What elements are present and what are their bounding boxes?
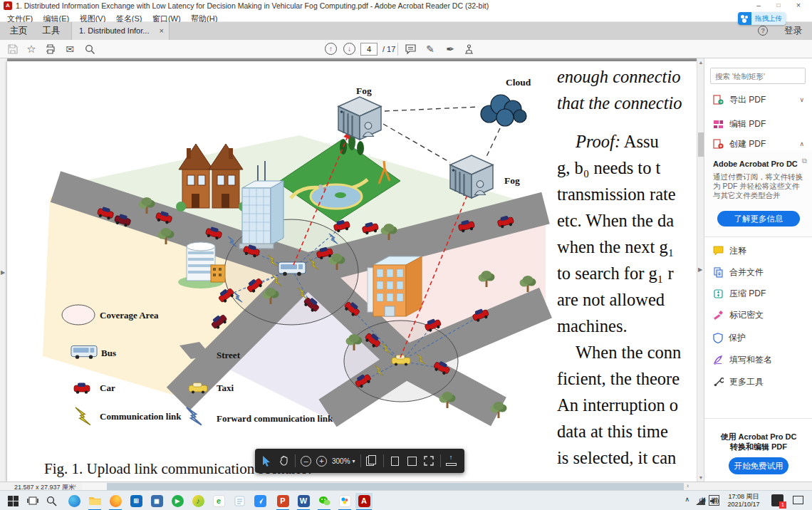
word-icon[interactable]: W — [295, 493, 312, 509]
upload-share-icon[interactable]: ↑ — [446, 456, 457, 467]
zoom-out-icon[interactable]: – — [301, 456, 311, 467]
taskbar-search-icon[interactable] — [43, 493, 60, 509]
promo-title: Adobe Acrobat Pro DC — [713, 160, 798, 168]
edge-icon[interactable] — [66, 493, 83, 509]
next-page-button[interactable]: ↓ — [343, 43, 355, 55]
scrolling-view-icon[interactable] — [389, 455, 401, 467]
sidebar-item-protect[interactable]: 保护 — [713, 331, 807, 345]
scroll-left-icon[interactable]: ‹ — [74, 482, 76, 489]
file-explorer-icon[interactable] — [86, 493, 103, 509]
stamp-icon[interactable] — [462, 42, 476, 56]
fill-sign-icon — [713, 355, 724, 365]
sidebar-item-compress-pdf[interactable]: 压缩 PDF — [713, 286, 807, 301]
wechat-icon[interactable] — [316, 493, 333, 509]
save-icon[interactable] — [6, 42, 20, 56]
star-icon[interactable]: ☆ — [24, 42, 38, 56]
find-icon[interactable] — [83, 42, 97, 56]
email-icon[interactable]: ✉ — [63, 42, 77, 56]
powerpoint-icon[interactable]: P — [274, 493, 291, 509]
text-line: When the conn — [557, 339, 697, 365]
left-panel-toggle-icon[interactable]: ▶ — [1, 269, 5, 276]
notification-app-icon[interactable]: 1 — [771, 494, 784, 506]
left-panel-strip: ▶ — [0, 58, 7, 482]
sidebar-item-label: 导出 PDF — [729, 94, 766, 106]
netdisk-upload-badge[interactable]: 拖拽上传 — [738, 12, 786, 25]
fullscreen-icon[interactable] — [423, 455, 435, 467]
scroll-right-icon[interactable]: › — [687, 482, 689, 489]
fit-page-icon[interactable] — [406, 455, 418, 467]
tab-tools[interactable]: 工具 — [37, 22, 66, 40]
chevron-up-icon[interactable]: ∧ — [799, 140, 804, 147]
right-panel-toggle-icon[interactable]: ▶ — [698, 266, 702, 273]
fog-label-top: Fog — [356, 85, 372, 96]
start-button[interactable] — [4, 493, 21, 509]
sidebar-item-combine-files[interactable]: 合并文件 — [713, 265, 807, 279]
page-thumbnails-icon[interactable] — [366, 455, 378, 467]
zoom-level-dropdown[interactable]: 300% ▾ — [332, 457, 355, 465]
fill-sign-icon[interactable]: ✒ — [443, 42, 457, 56]
ime-pinyin-icon[interactable]: 拼 — [709, 495, 719, 506]
acrobat-pro-promo: Adobe Acrobat Pro DC ⧉ 通过付费订阅，将文件转换为 PDF… — [704, 151, 812, 236]
cloud-label: Cloud — [506, 77, 531, 88]
page-number-input[interactable]: 4 — [360, 43, 378, 56]
scrollbar-thumb[interactable] — [698, 132, 704, 157]
pdf-page[interactable]: Fog Cloud Fog Coverage Area Bus Street C… — [7, 61, 697, 482]
netdisk-icon[interactable] — [336, 493, 353, 509]
messenger-app-icon[interactable] — [251, 493, 269, 509]
hand-tool-icon[interactable] — [278, 455, 290, 467]
action-center-icon[interactable] — [793, 496, 803, 504]
tab-close-icon[interactable]: × — [160, 22, 164, 40]
print-icon[interactable] — [43, 42, 57, 56]
music-app-icon[interactable]: ♪ — [189, 493, 207, 509]
toolbar-divider — [295, 454, 296, 467]
tab-home[interactable]: 主页 — [4, 22, 33, 40]
floating-toolbar: – + 300% ▾ ↑ — [255, 449, 464, 473]
firefox-icon[interactable] — [107, 493, 124, 509]
notes-app-icon[interactable] — [231, 493, 248, 509]
sidebar-item-export-pdf[interactable]: 导出 PDF ∨ — [713, 93, 807, 107]
comment-icon[interactable] — [403, 42, 417, 56]
acrobat-taskbar-icon[interactable]: A — [355, 493, 373, 509]
chevron-down-icon[interactable]: ∨ — [799, 96, 804, 103]
tab-document[interactable]: 1. Distributed Infor... × — [71, 22, 170, 40]
select-tool-icon[interactable] — [261, 455, 273, 467]
previous-page-button[interactable]: ↑ — [325, 43, 337, 55]
tray-clock[interactable]: 17:08 周日 2021/10/17 — [724, 493, 764, 509]
sidebar-item-comment[interactable]: 注释 — [713, 244, 807, 258]
maximize-button[interactable]: □ — [769, 0, 788, 11]
video-player-icon[interactable]: ▶ — [169, 493, 186, 509]
tray-date-label: 2021/10/17 — [724, 501, 764, 509]
highlight-pencil-icon[interactable]: ✎ — [423, 42, 437, 56]
horizontal-scrollbar[interactable] — [82, 483, 684, 490]
tools-sidebar: 导出 PDF ∨ 编辑 PDF 创建 PDF ∧ Adobe Acrobat P… — [704, 58, 812, 482]
text-line: machines. — [557, 313, 697, 339]
sidebar-item-create-pdf[interactable]: 创建 PDF ∧ — [713, 137, 807, 151]
text-line: are not allowed — [557, 286, 697, 313]
orange-building — [368, 256, 422, 316]
learn-more-button[interactable]: 了解更多信息 — [717, 211, 800, 227]
legend-comm-icon — [76, 407, 90, 425]
sidebar-item-edit-pdf[interactable]: 编辑 PDF — [713, 117, 807, 131]
help-icon[interactable]: ? — [758, 26, 768, 36]
free-trial-button[interactable]: 开始免费试用 — [729, 457, 788, 474]
sidebar-item-label: 合并文件 — [729, 266, 764, 279]
store-icon[interactable]: ⊞ — [127, 493, 145, 509]
sidebar-item-more-tools[interactable]: 更多工具 — [713, 375, 807, 389]
ime-language-label[interactable]: 中 — [699, 496, 707, 506]
zoom-in-icon[interactable]: + — [316, 456, 327, 467]
acrobat-window: A 1. Distributed Information Exchange wi… — [0, 0, 812, 510]
horizontal-scrollbar-thumb[interactable] — [107, 483, 684, 490]
sidebar-item-fill-sign[interactable]: 填写和签名 — [713, 353, 807, 367]
tools-search-input[interactable] — [710, 68, 806, 84]
acrobat-app-icon: A — [4, 1, 12, 10]
text-line: g, b₀ needs to t — [557, 155, 697, 181]
browser-e-icon[interactable]: e — [210, 493, 227, 509]
login-button[interactable]: 登录 — [784, 25, 802, 37]
toolbar-divider — [360, 454, 361, 467]
minimize-button[interactable]: – — [749, 0, 768, 11]
calculator-icon[interactable]: ▦ — [148, 493, 165, 509]
task-view-icon[interactable] — [24, 493, 41, 509]
sidebar-item-redact[interactable]: 标记密文 — [713, 308, 807, 322]
tray-chevron-icon[interactable]: ∧ — [685, 496, 689, 503]
close-button[interactable]: × — [789, 0, 808, 11]
